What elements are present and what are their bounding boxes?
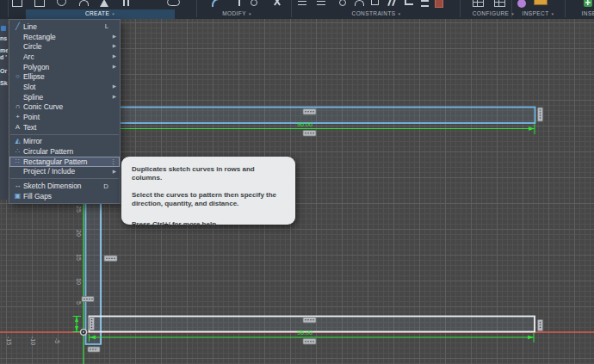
chevron-down-icon: ▾: [552, 11, 554, 16]
polygon-tool-icon[interactable]: [100, 0, 108, 7]
two-point-tool-icon[interactable]: [127, 0, 129, 6]
menu-item-circle[interactable]: Circle ▶: [9, 41, 120, 52]
menu-item-circular-pattern[interactable]: ∴ Circular Pattern: [9, 146, 120, 157]
tangent-constraint-icon[interactable]: [339, 0, 346, 6]
rectangle-tool-icon[interactable]: [12, 0, 22, 7]
submenu-arrow-icon: ▶: [108, 170, 116, 175]
break-tool-icon[interactable]: [272, 0, 282, 6]
menu-item-arc[interactable]: Arc ▶: [9, 52, 120, 62]
create-dropdown-menu: ╱ Line L Rectangle ▶ Circle ▶ Arc ▶ Poly…: [9, 19, 121, 204]
menu-item-text[interactable]: A Text: [9, 122, 120, 133]
svg-text:-5: -5: [54, 338, 60, 343]
toolbar-ribbon: CREATE▾ MODIFY▾ CONSTRAINTS▾ CONFIGURE▾ …: [0, 0, 594, 19]
tab-constraints[interactable]: CONSTRAINTS▾: [352, 10, 401, 16]
line-icon: ╱: [12, 23, 23, 30]
menu-item-rectangle[interactable]: Rectangle ▶: [9, 32, 120, 42]
curvature-constraint-icon[interactable]: [355, 0, 364, 6]
point-icon: +: [12, 114, 23, 120]
trim-tool-icon[interactable]: [238, 0, 240, 6]
parallel-constraint-icon[interactable]: [387, 0, 396, 6]
ribbon-divider: [196, 0, 197, 17]
perpendicular-constraint-icon[interactable]: [405, 0, 413, 5]
browser-item-fragment: Sk: [0, 80, 8, 86]
conic-curve-icon: ∩: [12, 103, 23, 110]
menu-separator: [10, 134, 119, 135]
bottom-dimension-value[interactable]: 96.00: [297, 329, 312, 336]
rectangular-pattern-icon: ∷: [12, 158, 23, 165]
extend-tool-icon[interactable]: [251, 0, 257, 6]
tooltip-line: Duplicates sketch curves in rows and col…: [132, 165, 285, 183]
browser-item-fragment: Or: [0, 68, 7, 74]
menu-item-line[interactable]: ╱ Line L: [9, 22, 120, 32]
tab-create[interactable]: CREATE▾: [85, 10, 114, 16]
submenu-arrow-icon: ▶: [108, 84, 116, 89]
tooltip-line: Select the curves to pattern then specif…: [132, 191, 285, 209]
arc-tool-icon[interactable]: [79, 0, 89, 6]
horizontal-vertical-constraint-icon[interactable]: [298, 0, 306, 5]
menu-item-point[interactable]: + Point: [9, 112, 120, 122]
browser-item-fragment: d ': [0, 54, 7, 60]
submenu-arrow-icon: ▶: [108, 34, 116, 40]
fix-constraint-icon[interactable]: [435, 0, 443, 8]
menu-item-ellipse[interactable]: ○ Ellipse: [9, 71, 120, 82]
menu-item-fill-gaps[interactable]: ▣ Fill Gaps: [9, 191, 120, 201]
origin-point[interactable]: [81, 330, 87, 336]
top-dimension-value[interactable]: 96.00: [297, 120, 312, 128]
browser-item-fragment: me: [0, 47, 8, 53]
equal-constraint-icon[interactable]: [371, 0, 379, 5]
menu-item-conic-curve[interactable]: ∩ Conic Curve: [9, 102, 120, 113]
chevron-down-icon: ▾: [112, 11, 114, 16]
dimension-tags[interactable]: [82, 108, 543, 352]
configure-table-icon[interactable]: [473, 0, 484, 7]
configuration-features-icon[interactable]: [494, 0, 505, 7]
two-point-tool-icon[interactable]: [123, 0, 125, 6]
svg-text:-15: -15: [6, 336, 12, 345]
coincident-constraint-icon[interactable]: [317, 0, 325, 5]
submenu-arrow-icon: ▶: [108, 95, 116, 100]
menu-item-mirror[interactable]: ◭ Mirror: [9, 137, 120, 147]
browser-item-fragment: ns: [0, 35, 7, 41]
submenu-arrow-icon: ▶: [108, 44, 116, 49]
chevron-down-icon: ▾: [399, 11, 401, 16]
menu-item-sketch-dimension[interactable]: ↔ Sketch Dimension D: [9, 181, 120, 191]
menu-item-rectangular-pattern[interactable]: ∷ Rectangular Pattern ⋮: [9, 157, 120, 167]
svg-text:25: 25: [76, 206, 82, 213]
svg-text:10: 10: [76, 278, 82, 285]
svg-text:5: 5: [76, 301, 82, 305]
submenu-arrow-icon: ▶: [108, 65, 116, 70]
fill-gaps-icon: ▣: [12, 193, 23, 200]
circular-pattern-icon: ∴: [12, 148, 23, 155]
fillet-tool-icon[interactable]: [212, 0, 220, 7]
symmetry-constraint-icon[interactable]: [421, 0, 429, 7]
menu-item-project-include[interactable]: Project / Include ▶: [9, 167, 120, 177]
center-rectangle-tool-icon[interactable]: [34, 0, 45, 7]
circle-tool-icon[interactable]: [57, 0, 66, 6]
submenu-arrow-icon: ▶: [108, 54, 116, 59]
menu-item-polygon[interactable]: Polygon ▶: [9, 62, 120, 72]
insert-icon[interactable]: [584, 0, 592, 7]
tab-insert[interactable]: INSE: [582, 10, 594, 16]
svg-text:15: 15: [76, 254, 82, 261]
svg-text:20: 20: [76, 230, 82, 237]
chevron-down-icon: ▾: [511, 11, 514, 16]
grip-dots-icon: ⋮: [108, 158, 116, 164]
ruler-icon[interactable]: [534, 0, 548, 5]
ribbon-divider: [565, 0, 566, 17]
chevron-down-icon: ▾: [249, 11, 251, 16]
menu-separator: [10, 178, 119, 179]
measure-icon[interactable]: [517, 0, 526, 8]
menu-item-slot[interactable]: Slot ▶: [9, 82, 120, 92]
app-window: { "ribbon": { "caret": "▾", "groups": [ …: [0, 0, 594, 364]
menu-item-spline[interactable]: Spline ▶: [9, 92, 120, 102]
slot-tool-icon[interactable]: [167, 0, 180, 6]
tab-configure[interactable]: CONFIGURE▾: [473, 10, 515, 16]
rectangular-pattern-tooltip: Duplicates sketch curves in rows and col…: [121, 157, 295, 225]
browser-panel-edge: ns me d ' Or Sk: [0, 19, 8, 200]
height-dimension[interactable]: [73, 317, 82, 332]
dimension-tag-dots: [84, 109, 541, 350]
tab-inspect[interactable]: INSPECT▾: [523, 10, 554, 16]
ribbon-divider: [460, 0, 461, 17]
tab-modify[interactable]: MODIFY▾: [222, 10, 251, 16]
sketch-dimension-icon: ↔: [12, 182, 23, 189]
text-icon: A: [12, 124, 23, 131]
